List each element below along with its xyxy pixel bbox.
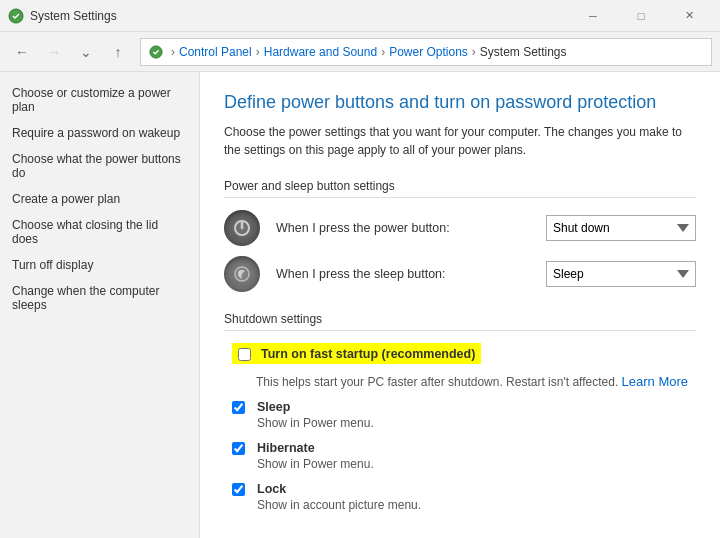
lock-desc: Show in account picture menu. bbox=[257, 498, 421, 512]
window-title: System Settings bbox=[30, 9, 117, 23]
breadcrumb: › Control Panel › Hardware and Sound › P… bbox=[140, 38, 712, 66]
sidebar: Choose or customize a power plan Require… bbox=[0, 72, 200, 538]
button-settings-header: Power and sleep button settings bbox=[224, 179, 696, 198]
hibernate-label-wrapper: Hibernate Show in Power menu. bbox=[257, 440, 374, 471]
sidebar-item-choose-plan[interactable]: Choose or customize a power plan bbox=[0, 80, 199, 120]
page-title: Define power buttons and turn on passwor… bbox=[224, 92, 696, 113]
fast-startup-desc: This helps start your PC faster after sh… bbox=[256, 375, 622, 389]
hibernate-desc: Show in Power menu. bbox=[257, 457, 374, 471]
sidebar-item-change-sleep[interactable]: Change when the computer sleeps bbox=[0, 278, 199, 318]
fast-startup-desc-row: This helps start your PC faster after sh… bbox=[224, 374, 696, 389]
sleep-desc: Show in Power menu. bbox=[257, 416, 374, 430]
title-bar: System Settings ─ □ ✕ bbox=[0, 0, 720, 32]
sidebar-item-display-off[interactable]: Turn off display bbox=[0, 252, 199, 278]
lock-checkbox[interactable] bbox=[232, 483, 245, 496]
power-button-row: When I press the power button: Shut down… bbox=[224, 210, 696, 246]
window-controls: ─ □ ✕ bbox=[570, 0, 712, 32]
breadcrumb-control-panel[interactable]: Control Panel bbox=[179, 45, 252, 59]
sleep-button-label: When I press the sleep button: bbox=[276, 267, 530, 281]
breadcrumb-home-icon bbox=[149, 44, 167, 59]
breadcrumb-sep-3: › bbox=[381, 45, 385, 59]
nav-bar: ← → ⌄ ↑ › Control Panel › Hardware and S… bbox=[0, 32, 720, 72]
power-button-select[interactable]: Shut down Do nothing Sleep Hibernate Tur… bbox=[546, 215, 696, 241]
fast-startup-checkbox[interactable] bbox=[238, 348, 251, 361]
main-content: Define power buttons and turn on passwor… bbox=[200, 72, 720, 538]
breadcrumb-current: System Settings bbox=[480, 45, 567, 59]
hibernate-label[interactable]: Hibernate bbox=[257, 441, 315, 455]
lock-checkbox-row: Lock Show in account picture menu. bbox=[224, 481, 696, 512]
hibernate-checkbox[interactable] bbox=[232, 442, 245, 455]
fast-startup-label[interactable]: Turn on fast startup (recommended) bbox=[261, 346, 475, 361]
power-button-label: When I press the power button: bbox=[276, 221, 530, 235]
hibernate-checkbox-row: Hibernate Show in Power menu. bbox=[224, 440, 696, 471]
sidebar-item-choose-buttons[interactable]: Choose what the power buttons do bbox=[0, 146, 199, 186]
minimize-button[interactable]: ─ bbox=[570, 0, 616, 32]
page-description: Choose the power settings that you want … bbox=[224, 123, 696, 159]
main-layout: Choose or customize a power plan Require… bbox=[0, 72, 720, 538]
breadcrumb-power-options[interactable]: Power Options bbox=[389, 45, 468, 59]
shutdown-settings-section: Shutdown settings Turn on fast startup (… bbox=[224, 312, 696, 512]
close-button[interactable]: ✕ bbox=[666, 0, 712, 32]
sleep-label-wrapper: Sleep Show in Power menu. bbox=[257, 399, 374, 430]
breadcrumb-sep-2: › bbox=[256, 45, 260, 59]
breadcrumb-sep-4: › bbox=[472, 45, 476, 59]
up-button[interactable]: ↑ bbox=[104, 38, 132, 66]
sleep-checkbox[interactable] bbox=[232, 401, 245, 414]
app-icon bbox=[8, 8, 24, 24]
lock-label[interactable]: Lock bbox=[257, 482, 286, 496]
breadcrumb-sep-1: › bbox=[171, 45, 175, 59]
fast-startup-learn-more[interactable]: Learn More bbox=[622, 374, 688, 389]
sleep-checkbox-row: Sleep Show in Power menu. bbox=[224, 399, 696, 430]
sleep-label[interactable]: Sleep bbox=[257, 400, 290, 414]
sleep-button-icon bbox=[224, 256, 260, 292]
sidebar-item-create-plan[interactable]: Create a power plan bbox=[0, 186, 199, 212]
power-button-icon bbox=[224, 210, 260, 246]
forward-button[interactable]: → bbox=[40, 38, 68, 66]
fast-startup-text: Turn on fast startup (recommended) bbox=[261, 347, 475, 361]
back-button[interactable]: ← bbox=[8, 38, 36, 66]
svg-point-4 bbox=[235, 267, 249, 281]
sidebar-item-choose-close[interactable]: Choose what closing the lid does bbox=[0, 212, 199, 252]
sleep-button-select[interactable]: Sleep Do nothing Hibernate Shut down Tur… bbox=[546, 261, 696, 287]
maximize-button[interactable]: □ bbox=[618, 0, 664, 32]
sidebar-item-require-password[interactable]: Require a password on wakeup bbox=[0, 120, 199, 146]
button-settings-section: Power and sleep button settings When I p… bbox=[224, 179, 696, 292]
breadcrumb-hardware-sound[interactable]: Hardware and Sound bbox=[264, 45, 377, 59]
dropdown-button[interactable]: ⌄ bbox=[72, 38, 100, 66]
lock-label-wrapper: Lock Show in account picture menu. bbox=[257, 481, 421, 512]
sleep-button-row: When I press the sleep button: Sleep Do … bbox=[224, 256, 696, 292]
fast-startup-row: Turn on fast startup (recommended) bbox=[224, 343, 696, 364]
shutdown-settings-header: Shutdown settings bbox=[224, 312, 696, 331]
